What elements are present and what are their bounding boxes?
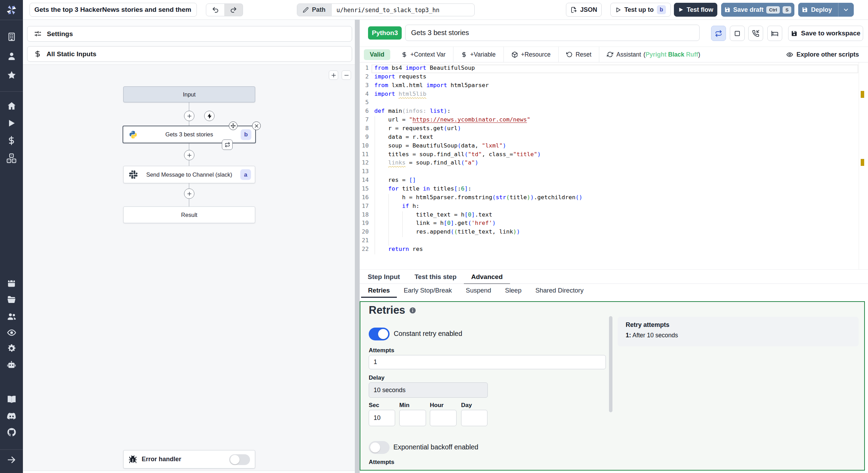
- suspend-button[interactable]: [748, 26, 763, 41]
- advanced-subtabs: RetriesEarly Stop/BreakSuspendSleepShare…: [360, 284, 868, 298]
- sidebar-item-discord[interactable]: [0, 411, 23, 421]
- node-input[interactable]: Input: [123, 86, 255, 102]
- code-line-9: 9 data = r.text: [360, 134, 868, 142]
- sidebar-item-docs[interactable]: [0, 395, 23, 405]
- min-input[interactable]: [399, 410, 426, 426]
- plus-icon: [187, 113, 192, 119]
- panel-splitter[interactable]: [355, 20, 360, 473]
- redo-button[interactable]: [224, 3, 243, 16]
- sidebar-item-home[interactable]: [0, 101, 23, 111]
- retries-toggle-button[interactable]: [711, 26, 726, 41]
- error-handler-node[interactable]: Error handler: [123, 450, 255, 468]
- save-to-workspace-button[interactable]: Save to workspace: [788, 26, 863, 41]
- attempts-label: Attempts: [369, 347, 394, 354]
- explore-other-scripts-button[interactable]: Explore other scripts: [786, 47, 859, 62]
- play-icon: [615, 7, 621, 13]
- zoom-in-button[interactable]: [329, 70, 338, 80]
- package-icon: [511, 51, 518, 58]
- retries-splitter[interactable]: [609, 316, 612, 412]
- deploy-button[interactable]: Deploy: [798, 3, 854, 17]
- subtab-early-stop-break[interactable]: Early Stop/Break: [397, 284, 459, 298]
- exponential-backoff-toggle[interactable]: [369, 441, 390, 454]
- hour-input[interactable]: [430, 410, 457, 426]
- all-static-inputs-section[interactable]: All Static Inputs: [27, 46, 352, 62]
- tab-advanced[interactable]: Advanced: [464, 270, 510, 284]
- sidebar-expand-icon[interactable]: [0, 455, 23, 465]
- editor-scrollbar[interactable]: [859, 62, 859, 270]
- sidebar-item-folders[interactable]: [0, 295, 23, 304]
- sidebar-item-audit-logs[interactable]: [0, 328, 23, 338]
- json-button[interactable]: JSON: [566, 3, 602, 17]
- delete-step-button[interactable]: [252, 121, 261, 130]
- warning-marker-2: [861, 159, 864, 166]
- sleep-button[interactable]: [767, 26, 782, 41]
- test-flow-button[interactable]: Test flow: [674, 3, 717, 17]
- retry-indicator-button[interactable]: [222, 140, 233, 150]
- node-result[interactable]: Result: [123, 206, 255, 223]
- step-title-input[interactable]: Gets 3 best stories: [405, 25, 700, 41]
- path-field[interactable]: Path u/henri/send_to_slack_top3_hn: [297, 3, 475, 16]
- deploy-dropdown-button[interactable]: [838, 3, 853, 17]
- constant-retry-toggle[interactable]: [369, 328, 390, 340]
- flow-canvas[interactable]: Input Gets 3 best stories b: [23, 65, 355, 471]
- sidebar-item-workspace[interactable]: [0, 32, 23, 41]
- sidebar-item-settings[interactable]: [0, 344, 23, 353]
- flow-title-input[interactable]: Gets the top 3 HackerNews stories and se…: [30, 3, 197, 17]
- add-variable-button[interactable]: +Variable: [453, 47, 503, 62]
- test-up-to-button[interactable]: Test up to b: [610, 3, 671, 17]
- reset-button[interactable]: Reset: [559, 47, 600, 62]
- save-draft-button[interactable]: Save draft Ctrl S: [721, 3, 794, 17]
- add-trigger-button[interactable]: [204, 111, 215, 121]
- error-handler-toggle[interactable]: [229, 454, 250, 465]
- code-line-10: 10 soup = BeautifulSoup(data, "lxml"): [360, 142, 868, 151]
- code-line-13: 13: [360, 168, 868, 177]
- edge-stepa-plus: [189, 183, 189, 188]
- sidebar-item-groups[interactable]: [0, 311, 23, 321]
- assistant-black: Black: [668, 51, 684, 58]
- save-icon: [802, 7, 808, 13]
- node-step-b-badge: b: [241, 129, 251, 140]
- code-editor[interactable]: 1from bs4 import BeautifulSoup2import re…: [360, 62, 868, 270]
- sidebar-divider-top: [0, 20, 23, 20]
- sidebar-item-favorites[interactable]: [0, 70, 23, 80]
- sidebar-item-variables[interactable]: [0, 136, 23, 145]
- subtab-sleep[interactable]: Sleep: [498, 284, 528, 298]
- sidebar-item-runs[interactable]: [0, 118, 23, 128]
- add-step-button-2[interactable]: [184, 150, 194, 160]
- assistant-button[interactable]: Assistant (Pyright Black Ruff): [599, 47, 708, 62]
- add-step-button-3[interactable]: [184, 188, 194, 199]
- tab-test-this-step[interactable]: Test this step: [407, 270, 464, 284]
- settings-section[interactable]: Settings: [27, 26, 352, 42]
- node-step-a[interactable]: Send Message to Channel (slack) a: [123, 166, 255, 183]
- add-context-var-button[interactable]: +Context Var: [394, 47, 453, 62]
- sidebar-divider-bottom: [0, 449, 23, 450]
- windmill-logo-icon[interactable]: [0, 4, 23, 16]
- add-resource-button[interactable]: +Resource: [504, 47, 559, 62]
- add-step-button-1[interactable]: [184, 111, 194, 121]
- day-label: Day: [461, 402, 472, 409]
- subtab-shared-directory[interactable]: Shared Directory: [528, 284, 591, 298]
- concurrency-button[interactable]: [730, 26, 745, 41]
- path-value-input[interactable]: u/henri/send_to_slack_top3_hn: [332, 4, 474, 16]
- sec-input[interactable]: 10: [369, 410, 395, 426]
- sidebar-item-user[interactable]: [0, 51, 23, 61]
- zoom-out-button[interactable]: [342, 70, 351, 80]
- day-input[interactable]: [461, 410, 487, 426]
- sidebar-item-resources[interactable]: [0, 153, 23, 163]
- assistant-ruff: Ruff: [686, 51, 698, 58]
- pencil-icon: [303, 7, 309, 13]
- tab-step-input[interactable]: Step Input: [360, 270, 407, 284]
- subtab-suspend[interactable]: Suspend: [459, 284, 498, 298]
- sidebar-item-schedules[interactable]: [0, 278, 23, 288]
- attempts-input[interactable]: 1: [369, 355, 606, 369]
- sidebar-item-github[interactable]: [0, 427, 23, 437]
- subtab-retries[interactable]: Retries: [361, 284, 397, 298]
- square-icon: [734, 30, 741, 37]
- sidebar-item-workers[interactable]: [0, 360, 23, 370]
- retry-attempts-box: Retry attempts 1: After 10 seconds: [618, 317, 859, 346]
- repeat-icon: [225, 142, 230, 147]
- delay-input[interactable]: 10 seconds: [369, 382, 488, 398]
- code-line-15: 15 for title in titles[:6]:: [360, 185, 868, 194]
- undo-button[interactable]: [206, 3, 225, 16]
- move-step-button[interactable]: [229, 121, 237, 130]
